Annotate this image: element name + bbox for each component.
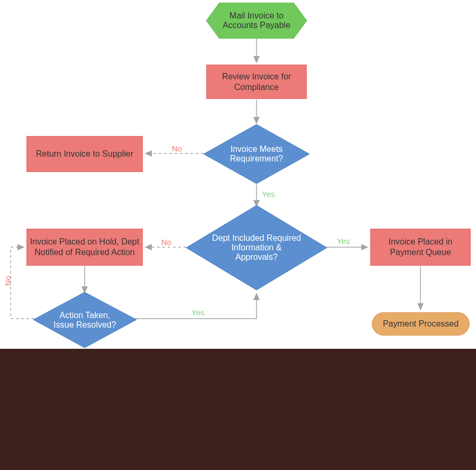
d1-no-label: No xyxy=(172,144,182,153)
d3-no-label: No xyxy=(3,276,12,286)
flowchart-canvas: Mail Invoice to Accounts Payable Review … xyxy=(0,0,476,470)
review-label: Review Invoice for Compliance xyxy=(207,71,306,93)
decision-dept-approvals: Dept Included Required Information & App… xyxy=(186,205,327,290)
d2-yes-label: Yes xyxy=(337,237,350,246)
return-invoice-process: Return Invoice to Supplier xyxy=(26,136,143,172)
d2-no-label: No xyxy=(161,238,171,247)
queue-label: Invoice Placed in Payment Queue xyxy=(371,237,470,258)
hold-label: Invoice Placed on Hold, Dept Notified of… xyxy=(27,237,142,258)
decision2-label: Dept Included Required Information & App… xyxy=(186,205,327,290)
decision3-label: Action Taken, Issue Resolved? xyxy=(33,292,136,348)
dark-lower-background xyxy=(0,349,476,470)
payment-queue-process: Invoice Placed in Payment Queue xyxy=(370,229,471,266)
start-label: Mail Invoice to Accounts Payable xyxy=(206,3,307,39)
hold-process: Invoice Placed on Hold, Dept Notified of… xyxy=(26,229,143,266)
start-node: Mail Invoice to Accounts Payable xyxy=(206,3,307,39)
processed-label: Payment Processed xyxy=(383,319,459,329)
review-process: Review Invoice for Compliance xyxy=(206,65,307,99)
d3-yes-label: Yes xyxy=(191,308,204,317)
decision-meets-requirement: Invoice Meets Requirement? xyxy=(204,124,309,184)
payment-processed-terminator: Payment Processed xyxy=(372,312,470,336)
return-label: Return Invoice to Supplier xyxy=(36,149,133,159)
d1-yes-label: Yes xyxy=(262,189,274,198)
decision-action-taken: Action Taken, Issue Resolved? xyxy=(33,292,136,348)
decision1-label: Invoice Meets Requirement? xyxy=(204,124,309,184)
